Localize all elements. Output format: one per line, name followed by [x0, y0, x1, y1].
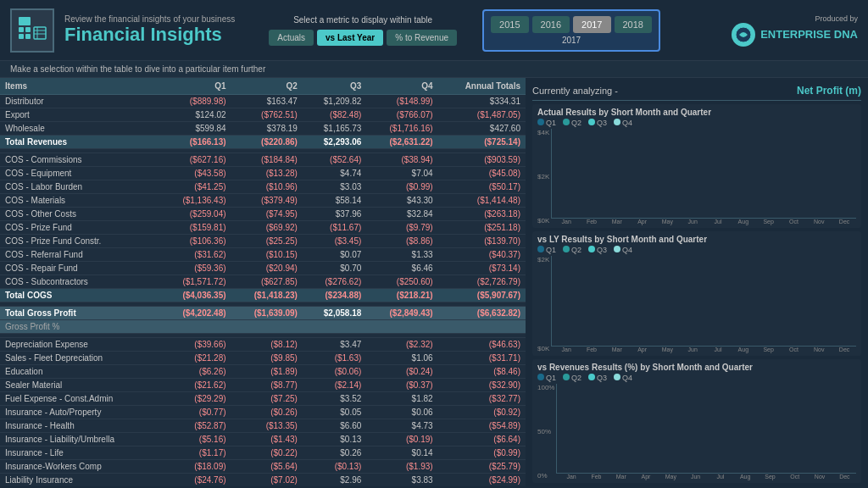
cell-value: ($139.70) [438, 235, 526, 248]
table-row[interactable]: Depreciation Expense($39.66)($8.12)$3.47… [0, 338, 526, 352]
cell-value: ($2,726.79) [438, 275, 526, 289]
cell-value: $0.26 [303, 446, 366, 460]
table-row[interactable]: Liability Insurance($24.76)($7.02)$2.96$… [0, 474, 526, 487]
legend-label: Q3 [588, 119, 607, 127]
table-row[interactable]: COS - Repair Fund($59.36)($20.94)$0.70$6… [0, 262, 526, 275]
cell-value [366, 320, 437, 334]
year-btn-2015[interactable]: 2015 [491, 16, 528, 33]
cell-value: ($13.28) [231, 167, 303, 180]
cell-value: ($43.58) [159, 167, 231, 180]
cell-value: $1,209.82 [303, 95, 366, 108]
table-row[interactable]: COS - Equipment($43.58)($13.28)$4.74$7.0… [0, 167, 526, 180]
cell-value: ($6.26) [159, 365, 231, 379]
year-btn-2017[interactable]: 2017 [573, 16, 610, 33]
analyzing-metric: Net Profit (m) [797, 85, 861, 97]
cell-value: ($276.62) [303, 275, 366, 289]
table-row[interactable]: Export$124.02($762.51)($82.48)($766.07)(… [0, 108, 526, 122]
cell-value: ($1.93) [366, 460, 437, 474]
year-btn-2016[interactable]: 2016 [532, 16, 570, 33]
cell-value: ($1,414.48) [438, 194, 526, 208]
table-row[interactable]: Total Revenues($166.13)($220.86)$2,293.0… [0, 136, 526, 149]
table-row[interactable]: COS - Labor Burden($41.25)($10.96)$3.03(… [0, 180, 526, 194]
cell-value: $2.96 [303, 474, 366, 487]
table-row[interactable]: Total Gross Profit($4,202.48)($1,639.09)… [0, 307, 526, 320]
cell-value: ($184.84) [231, 153, 303, 167]
chart3-block: vs Revenues Results (%) by Short Month a… [532, 359, 861, 483]
cell-value: ($5.64) [231, 460, 303, 474]
cell-value: ($29.29) [159, 392, 231, 406]
app-logo [10, 8, 54, 53]
table-row[interactable]: Fuel Expense - Const.Admin($29.29)($7.25… [0, 392, 526, 406]
x-label: Jan [559, 474, 582, 480]
table-row[interactable]: Education($6.26)($1.89)($0.06)($0.24)($8… [0, 365, 526, 379]
metric-btn-vs-last-year[interactable]: vs Last Year [317, 30, 383, 46]
cell-label: Total Revenues [0, 136, 159, 149]
cell-value: ($52.64) [303, 153, 366, 167]
x-label: Mar [605, 219, 629, 225]
cell-value: ($32.77) [438, 392, 526, 406]
metric-btn-pct-revenue[interactable]: % to Revenue [387, 30, 457, 46]
chart1-bars-area: JanFebMarAprMayJunJulAugSepOctNovDec [551, 129, 856, 225]
cell-value: ($18.09) [159, 460, 231, 474]
cell-value: ($0.13) [303, 460, 366, 474]
table-row[interactable]: Insurance - Auto/Property($0.77)($0.26)$… [0, 406, 526, 419]
cell-value: ($39.66) [159, 338, 231, 352]
table-row[interactable]: Insurance - Health($52.87)($13.35)$6.60$… [0, 419, 526, 433]
enterprise-label: Produced by [815, 14, 858, 23]
cell-label: Depreciation Expense [0, 338, 159, 352]
x-label: Jun [684, 474, 707, 480]
cell-value: ($5.16) [159, 433, 231, 446]
cell-value: ($379.49) [231, 194, 303, 208]
table-row[interactable]: Insurance - Liability/Umbrella($5.16)($1… [0, 433, 526, 446]
table-row[interactable]: COS - Referral Fund($31.62)($10.15)$0.07… [0, 248, 526, 262]
table-row[interactable]: Sales - Fleet Depreciation($21.28)($9.85… [0, 352, 526, 365]
metric-buttons: Actuals vs Last Year % to Revenue [269, 30, 457, 46]
table-row[interactable]: COS - Materials($1,136.43)($379.49)$58.1… [0, 194, 526, 208]
cell-value: ($0.77) [159, 406, 231, 419]
cell-value: ($31.71) [438, 352, 526, 365]
cell-label: Education [0, 365, 159, 379]
cell-value: ($627.16) [159, 153, 231, 167]
table-row[interactable]: Wholesale$599.84$378.19$1,165.73($1,716.… [0, 122, 526, 136]
table-row[interactable]: Gross Profit % [0, 320, 526, 334]
cell-value: ($106.36) [159, 235, 231, 248]
cell-label: COS - Subcontractors [0, 275, 159, 289]
table-row[interactable]: COS - Commissions($627.16)($184.84)($52.… [0, 153, 526, 167]
cell-value [231, 320, 303, 334]
cell-value: ($725.14) [438, 136, 526, 149]
chart2-y-labels: $2K $0K [537, 256, 549, 352]
table-row[interactable]: Distributor($889.98)$163.47$1,209.82($14… [0, 95, 526, 108]
table-row[interactable]: COS - Subcontractors($1,571.72)($627.85)… [0, 275, 526, 289]
table-row[interactable]: COS - Prize Fund($159.81)($69.92)($11.67… [0, 221, 526, 235]
cell-value: ($1,639.09) [231, 307, 303, 320]
metric-btn-actuals[interactable]: Actuals [269, 30, 314, 46]
cell-value [159, 320, 231, 334]
table-row[interactable]: Sealer Material($21.62)($8.77)($2.14)($0… [0, 379, 526, 392]
x-label: Jan [554, 219, 578, 225]
cell-value: $4.73 [366, 419, 437, 433]
cell-value: ($82.48) [303, 108, 366, 122]
table-row[interactable]: Insurance-Workers Comp($18.09)($5.64)($0… [0, 460, 526, 474]
cell-value: $3.83 [366, 474, 437, 487]
cell-value: ($6.64) [438, 433, 526, 446]
cell-value: ($73.14) [438, 262, 526, 275]
col-q3: Q3 [303, 78, 366, 95]
year-btn-2018[interactable]: 2018 [615, 16, 652, 33]
x-label: May [655, 347, 679, 352]
x-label: Dec [832, 347, 856, 352]
chart2-bars-grid [551, 256, 856, 346]
cell-value: ($2,849.43) [366, 307, 437, 320]
cell-value: ($0.37) [366, 379, 437, 392]
table-row[interactable]: Insurance - Life($1.17)($0.22)$0.26$0.14… [0, 446, 526, 460]
cell-value: ($1,136.43) [159, 194, 231, 208]
svg-rect-2 [25, 27, 31, 32]
table-row[interactable]: Total COGS($4,036.35)($1,418.23)($234.88… [0, 289, 526, 302]
cell-value: ($250.60) [366, 275, 437, 289]
cell-value: ($41.25) [159, 180, 231, 194]
cell-value: $32.84 [366, 208, 437, 221]
table-row[interactable]: COS - Prize Fund Constr.($106.36)($25.25… [0, 235, 526, 248]
cell-label: Total COGS [0, 289, 159, 302]
table-row[interactable]: COS - Other Costs($259.04)($74.95)$37.96… [0, 208, 526, 221]
cell-value: ($10.15) [231, 248, 303, 262]
cell-value: ($13.35) [231, 419, 303, 433]
